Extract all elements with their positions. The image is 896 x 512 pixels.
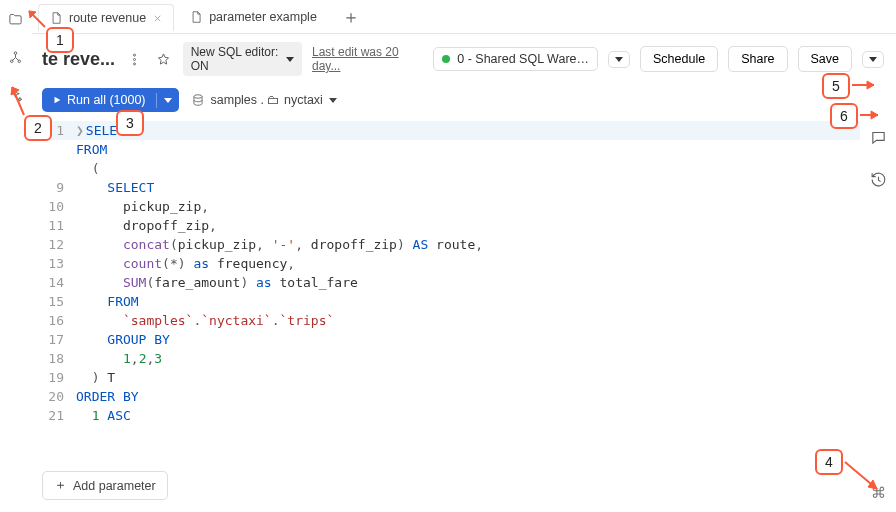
tab-label: parameter example [209, 10, 317, 24]
warehouse-selector[interactable]: 0 - Shared SQL Ware… [433, 47, 598, 71]
editor-line[interactable]: 21 1 ASC [32, 406, 860, 425]
editor-line[interactable]: 1❯SELECT [32, 121, 860, 140]
last-edit-link[interactable]: Last edit was 20 day... [312, 45, 413, 73]
editor-line[interactable]: 12 concat(pickup_zip, '-', dropoff_zip) … [32, 235, 860, 254]
editor-line[interactable]: 17 GROUP BY [32, 330, 860, 349]
schedule-button[interactable]: Schedule [640, 46, 718, 72]
sql-editor[interactable]: 1❯SELECTFROM (9 SELECT10 pickup_zip,11 d… [32, 120, 860, 512]
chevron-down-icon [615, 57, 623, 62]
svg-point-6 [193, 95, 201, 99]
plus-icon: ＋ [54, 477, 67, 494]
editor-line[interactable]: 13 count(*) as frequency, [32, 254, 860, 273]
callout-1: 1 [46, 27, 74, 53]
chevron-down-icon [286, 57, 294, 62]
add-parameter-button[interactable]: ＋ Add parameter [42, 471, 168, 500]
callout-6: 6 [830, 103, 858, 129]
close-icon[interactable] [152, 13, 163, 24]
run-all-button[interactable]: Run all (1000) [42, 88, 179, 112]
comments-icon[interactable] [867, 126, 889, 148]
save-button[interactable]: Save [798, 46, 853, 72]
tab-bar: route revenue parameter example ＋ [32, 0, 896, 34]
callout-3: 3 [116, 110, 144, 136]
editor-toggle[interactable]: New SQL editor: ON [183, 42, 302, 76]
editor-line[interactable]: 16 `samples`.`nyctaxi`.`trips` [32, 311, 860, 330]
chevron-down-icon [869, 57, 877, 62]
chevron-down-icon [164, 98, 172, 103]
history-icon[interactable] [867, 168, 889, 190]
catalog-selector[interactable]: samples . 🗀 nyctaxi [191, 93, 337, 107]
favorite-star-icon[interactable] [154, 48, 173, 70]
header: te reve... New SQL editor: ON Last edit … [32, 34, 896, 84]
callout-5: 5 [822, 73, 850, 99]
editor-line[interactable]: 10 pickup_zip, [32, 197, 860, 216]
svg-point-5 [133, 62, 135, 64]
schema-icon[interactable] [5, 46, 27, 68]
editor-line[interactable]: 19 ) T [32, 368, 860, 387]
callout-2: 2 [24, 115, 52, 141]
chevron-down-icon [329, 98, 337, 103]
callout-4: 4 [815, 449, 843, 475]
warehouse-caret[interactable] [608, 51, 630, 68]
svg-point-3 [133, 54, 135, 56]
svg-point-0 [14, 51, 17, 54]
editor-line[interactable]: 15 FROM [32, 292, 860, 311]
editor-line[interactable]: 18 1,2,3 [32, 349, 860, 368]
tab-label: route revenue [69, 11, 146, 25]
file-icon [189, 10, 203, 24]
editor-line[interactable]: 14 SUM(fare_amount) as total_fare [32, 273, 860, 292]
share-button[interactable]: Share [728, 46, 787, 72]
svg-point-4 [133, 58, 135, 60]
save-caret[interactable] [862, 51, 884, 68]
play-icon [52, 95, 62, 105]
editor-line[interactable]: 20ORDER BY [32, 387, 860, 406]
database-icon [191, 93, 205, 107]
run-caret[interactable] [156, 93, 179, 108]
editor-line[interactable]: FROM [32, 140, 860, 159]
toolbar: Run all (1000) samples . 🗀 nyctaxi [32, 84, 896, 120]
editor-line[interactable]: 9 SELECT [32, 178, 860, 197]
new-tab-button[interactable]: ＋ [338, 4, 364, 30]
file-icon [49, 11, 63, 25]
tab-parameter-example[interactable]: parameter example [178, 3, 328, 30]
editor-line[interactable]: ( [32, 159, 860, 178]
more-menu-icon[interactable] [125, 48, 144, 70]
editor-line[interactable]: 11 dropoff_zip, [32, 216, 860, 235]
folder-icon[interactable] [5, 8, 27, 30]
status-dot-icon [442, 55, 450, 63]
